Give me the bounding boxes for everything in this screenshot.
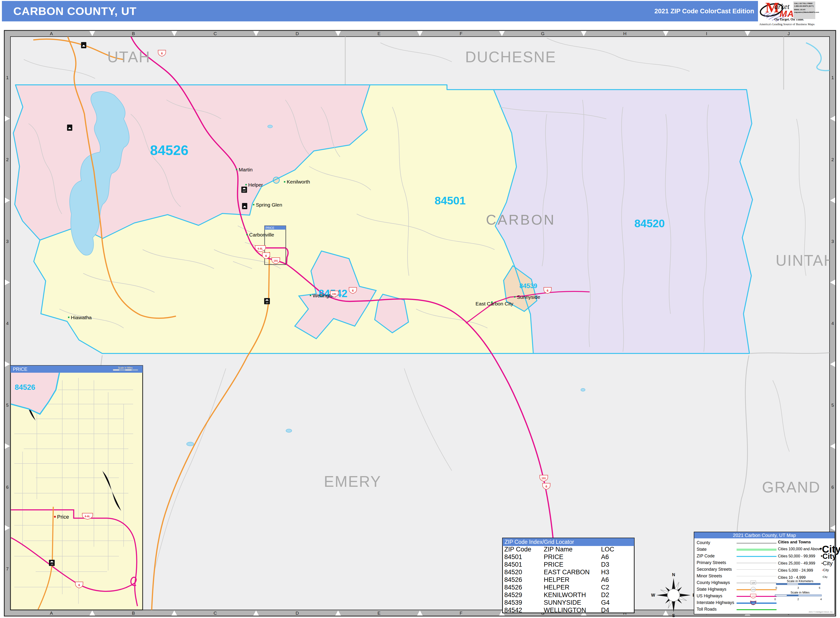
svg-text:E: E	[378, 31, 381, 36]
legend-toll: Toll Roads	[697, 607, 717, 612]
svg-text:5: 5	[831, 403, 834, 408]
svg-text:4: 4	[831, 321, 834, 326]
svg-text:6: 6	[547, 289, 548, 293]
legend-city-100k: Cities 100,000 and Above	[778, 547, 821, 551]
zip-label-84520: 84520	[634, 217, 665, 230]
legend-minor: Minor Streets	[697, 573, 722, 579]
svg-text:G: G	[541, 31, 545, 36]
legend-city-50k: Cities 50,000 - 99,999	[778, 554, 815, 559]
legend-state-hwy: State Highways	[697, 587, 726, 592]
legend-title: 2021 Carbon County, UT Map	[694, 532, 834, 538]
svg-text:6: 6	[265, 254, 267, 258]
county-label-grand: GRAND	[762, 479, 821, 496]
svg-text:191: 191	[332, 293, 336, 296]
inset-city-label: Price	[57, 514, 69, 520]
table-row: 84529KENILWORTHD2	[503, 591, 634, 599]
table-row: 84501PRICED3	[503, 561, 634, 569]
col-zip-code: ZIP Code	[503, 546, 542, 553]
inset-title: PRICE	[13, 367, 27, 372]
legend-primary: Primary Streets	[697, 560, 726, 566]
county-label-uintah: UINTAH	[776, 252, 835, 269]
zip-table-header-row: ZIP Code ZIP Name LOC	[503, 546, 634, 553]
legend-us-hwy: US Highways	[697, 594, 722, 599]
table-row: 84539SUNNYSIDEG4	[503, 599, 634, 607]
svg-text:4: 4	[6, 321, 9, 326]
city-label-sunnyside: Sunnyside	[517, 294, 540, 300]
svg-text:3: 3	[6, 239, 9, 244]
svg-text:123: 123	[752, 602, 755, 604]
svg-text:5: 5	[6, 403, 9, 408]
compass-n: N	[672, 572, 675, 577]
legend-shield-badges: 123 123 123 123	[746, 580, 761, 618]
svg-text:2: 2	[831, 157, 834, 162]
compass-s: S	[672, 613, 675, 618]
svg-text:123: 123	[752, 588, 755, 591]
svg-text:F: F	[459, 611, 462, 616]
table-row: 84501PRICEA6	[503, 553, 634, 561]
legend-county-hwy: County Highways	[697, 580, 730, 585]
city-symbol-50k: •City	[821, 552, 836, 561]
zip-index-table: ZIP Code Index/Grid Locator ZIP Code ZIP…	[502, 538, 635, 613]
city-label-carbonville: Carbonville	[249, 232, 274, 238]
svg-text:6: 6	[831, 485, 834, 490]
city-label-martin: Martin	[239, 167, 253, 172]
svg-text:A: A	[50, 31, 53, 36]
svg-text:E: E	[378, 611, 381, 616]
svg-text:D: D	[296, 31, 299, 36]
svg-text:H: H	[623, 31, 626, 36]
city-symbol-25k: •City	[821, 560, 833, 567]
legend-copyright: 2021 © Intelligent Direct, Inc.	[809, 611, 833, 613]
city-symbol-5k: ▪City	[822, 568, 829, 572]
svg-text:6-6L: 6-6L	[258, 247, 263, 250]
svg-text:6: 6	[546, 485, 547, 488]
table-row: 84526HELPERC2	[503, 584, 634, 591]
legend-secondary: Secondary Streets	[697, 567, 732, 572]
svg-text:B: B	[132, 611, 135, 616]
legend-zip: ZIP Code	[697, 554, 715, 559]
svg-text:191: 191	[274, 259, 278, 262]
county-map: PRICE UTAH DUCHESNE UINTAH GRAND EMERY C…	[0, 0, 840, 618]
svg-text:1: 1	[6, 75, 9, 80]
city-label-kenilworth: Kenilworth	[287, 179, 310, 184]
svg-text:3: 3	[831, 239, 834, 244]
svg-text:123: 123	[752, 595, 755, 597]
county-label-carbon: CARBON	[486, 212, 556, 228]
svg-text:C: C	[214, 31, 217, 36]
map-page: CARBON COUNTY, UT 2021 ZIP Code ColorCas…	[0, 0, 840, 618]
scale-km-label: Scale in Kilometers	[776, 579, 824, 583]
price-inset-map: 84526 10 6-6L 6 Price PRICE Scale in Mil…	[10, 365, 143, 610]
zip-label-84539: 84539	[519, 282, 537, 290]
svg-text:6-6L: 6-6L	[85, 515, 90, 518]
table-row: 84526HELPERA6	[503, 576, 634, 584]
svg-text:J: J	[788, 31, 790, 36]
county-label-utah: UTAH	[107, 49, 150, 65]
county-label-duchesne: DUCHESNE	[465, 49, 556, 65]
inset-zip-label: 84526	[15, 383, 35, 391]
svg-text:157: 157	[242, 190, 246, 192]
svg-text:I: I	[706, 31, 707, 36]
svg-text:6: 6	[161, 52, 163, 55]
svg-text:1: 1	[831, 75, 834, 80]
svg-text:F: F	[459, 31, 462, 36]
svg-text:2: 2	[6, 157, 9, 162]
svg-text:7: 7	[6, 566, 9, 571]
compass-w: W	[651, 593, 655, 597]
zip-label-84526: 84526	[150, 143, 188, 158]
city-label-east-carbon: East Carbon City	[476, 301, 513, 306]
scale-mi-bar	[774, 594, 826, 599]
svg-text:C: C	[214, 611, 217, 616]
table-row: 84520EAST CARBONH3	[503, 569, 634, 576]
svg-text:123: 123	[751, 582, 755, 584]
locator-title: PRICE	[266, 226, 274, 230]
map-legend: 2021 Carbon County, UT Map County State …	[694, 532, 835, 614]
col-zip-name: ZIP Name	[542, 546, 600, 553]
svg-text:Scale in Miles: Scale in Miles	[118, 367, 133, 369]
svg-text:10: 10	[51, 563, 53, 566]
legend-county: County	[697, 540, 710, 545]
scale-mi-label: Scale in Miles	[776, 591, 824, 594]
legend-cities-header: Cities and Towns	[778, 540, 811, 545]
svg-text:6: 6	[6, 485, 9, 490]
svg-text:B: B	[132, 31, 135, 36]
legend-state: State	[697, 547, 707, 552]
city-symbol-10: ▪City	[822, 575, 827, 578]
